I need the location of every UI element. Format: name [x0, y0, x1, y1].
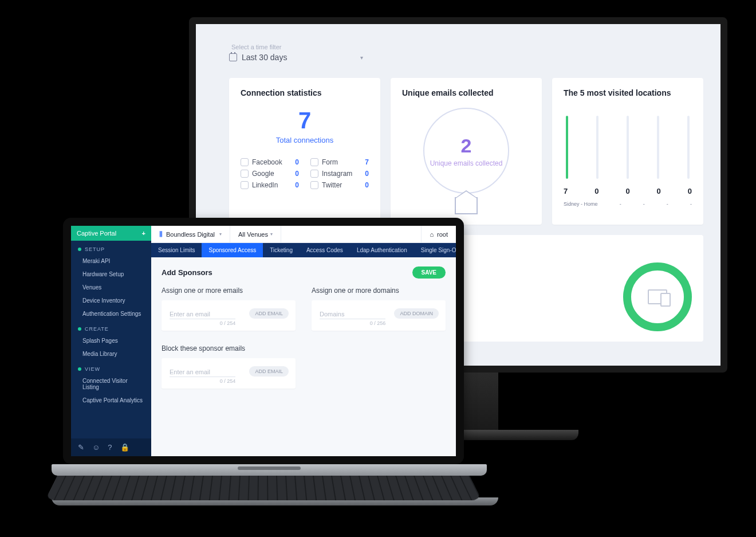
settings-tab[interactable]: Ticketing	[263, 243, 300, 257]
assign-emails-box: ADD EMAIL 0 / 254	[162, 300, 296, 331]
card-title: The 5 most visited locations	[564, 88, 692, 97]
section-dot-icon	[78, 248, 81, 251]
envelope-icon	[455, 197, 478, 214]
users-icon[interactable]: ☺	[92, 443, 100, 452]
source-icon	[241, 158, 249, 166]
wrench-icon[interactable]: ✎	[78, 443, 84, 452]
settings-tabs: Session LimitsSponsored AccessTicketingA…	[151, 243, 456, 257]
settings-tab[interactable]: Sponsored Access	[202, 243, 263, 257]
sponsor-domain-input[interactable]	[320, 309, 385, 319]
time-filter-label: Select a time filter	[231, 44, 703, 50]
add-block-email-button[interactable]: ADD EMAIL	[249, 366, 289, 377]
block-email-counter: 0 / 254	[170, 378, 235, 384]
connection-statistics-card: Connection statistics 7 Total connection…	[229, 78, 380, 225]
source-icon	[310, 181, 318, 189]
calendar-icon	[229, 53, 237, 61]
lock-icon[interactable]: 🔒	[120, 443, 129, 452]
venue-value: All Venues	[238, 231, 268, 238]
block-email-input[interactable]	[170, 367, 235, 377]
unique-emails-card: Unique emails collected 2 Unique emails …	[391, 78, 542, 225]
add-email-button[interactable]: ADD EMAIL	[249, 308, 289, 319]
connection-source: Twitter0	[310, 181, 369, 189]
sidebar-header[interactable]: Captive Portal +	[71, 226, 151, 241]
assign-emails-title: Assign one or more emails	[162, 287, 296, 295]
source-icon	[310, 158, 318, 166]
org-dropdown[interactable]: ⦀ Boundless Digital ▾	[151, 226, 230, 242]
block-emails-box: ADD EMAIL 0 / 254	[162, 358, 296, 389]
venue-dropdown[interactable]: All Venues ▾	[230, 226, 281, 242]
sidebar-product: Captive Portal	[77, 230, 116, 237]
emails-label: Unique emails collected	[430, 159, 503, 167]
location-bar	[687, 116, 690, 179]
domain-counter: 0 / 256	[320, 320, 385, 326]
connection-source: LinkedIn0	[241, 181, 299, 189]
plus-icon[interactable]: +	[142, 230, 145, 237]
time-filter-dropdown[interactable]: Last 30 days ▾	[229, 53, 703, 62]
chevron-down-icon: ▾	[270, 232, 273, 237]
sidebar-item[interactable]: Connected Visitor Listing	[71, 374, 151, 394]
sidebar-item[interactable]: Media Library	[71, 347, 151, 360]
sidebar-section: SETUP	[71, 241, 151, 254]
total-connections-label: Total connections	[241, 136, 369, 144]
location-bar	[657, 116, 659, 179]
settings-tab[interactable]: Session Limits	[151, 243, 202, 257]
connection-source: Google0	[241, 170, 299, 178]
topbar: ⦀ Boundless Digital ▾ All Venues ▾ ⌂ roo…	[151, 226, 456, 243]
sidebar-item[interactable]: Authentication Settings	[71, 307, 151, 320]
settings-tab[interactable]: Ldap Authentication	[350, 243, 414, 257]
assign-domains-box: ADD DOMAIN 0 / 256	[312, 300, 446, 331]
block-emails-title: Block these sponsor emails	[162, 344, 296, 352]
top-locations-card: The 5 most visited locations 70000 Sidne…	[552, 78, 703, 225]
source-icon	[241, 170, 249, 178]
page-heading: Add Sponsors	[162, 268, 212, 277]
emails-gauge: 2 Unique emails collected	[423, 108, 509, 194]
device-donut-chart	[623, 262, 692, 331]
email-counter: 0 / 254	[170, 320, 235, 326]
time-filter-value: Last 30 days	[242, 53, 287, 62]
devices-icon	[648, 289, 667, 304]
sidebar-section: CREATE	[71, 320, 151, 334]
section-dot-icon	[78, 367, 81, 371]
card-title: Connection statistics	[241, 88, 369, 97]
location-bar	[566, 116, 568, 179]
sidebar-item[interactable]: Meraki API	[71, 254, 151, 268]
sidebar-footer: ✎ ☺ ? 🔒	[71, 438, 151, 456]
chevron-down-icon: ▾	[360, 54, 363, 61]
section-dot-icon	[78, 327, 81, 331]
sidebar-item[interactable]: Splash Pages	[71, 334, 151, 347]
connection-source: Instagram0	[310, 170, 369, 178]
logo-icon: ⦀	[159, 229, 163, 239]
connection-source: Form7	[310, 158, 369, 166]
assign-domains-title: Assign one or more domains	[312, 287, 446, 295]
settings-tab[interactable]: Single Sign-On	[414, 243, 464, 257]
org-name: Boundless Digital	[166, 231, 215, 238]
sidebar-item[interactable]: Device Inventory	[71, 294, 151, 307]
location-bar	[596, 116, 598, 179]
username: root	[437, 231, 448, 238]
sidebar: Captive Portal + SETUPMeraki APIHardware…	[71, 226, 151, 456]
sidebar-item[interactable]: Captive Portal Analytics	[71, 394, 151, 407]
sponsor-email-input[interactable]	[170, 309, 235, 319]
sidebar-item[interactable]: Venues	[71, 281, 151, 294]
location-bar	[627, 116, 629, 179]
help-icon[interactable]: ?	[108, 443, 112, 452]
sidebar-item[interactable]: Hardware Setup	[71, 268, 151, 281]
total-connections-value: 7	[241, 108, 369, 134]
user-menu[interactable]: ⌂ root	[421, 226, 456, 242]
card-title: Unique emails collected	[402, 88, 530, 97]
save-button[interactable]: SAVE	[412, 266, 446, 279]
laptop: Captive Portal + SETUPMeraki APIHardware…	[52, 218, 475, 505]
add-domain-button[interactable]: ADD DOMAIN	[394, 308, 439, 319]
chevron-down-icon: ▾	[219, 232, 222, 237]
source-icon	[241, 181, 249, 189]
sidebar-section: VIEW	[71, 360, 151, 374]
settings-tab[interactable]: Access Codes	[300, 243, 350, 257]
connection-source: Facebook0	[241, 158, 299, 166]
user-icon: ⌂	[430, 231, 434, 238]
source-icon	[310, 170, 318, 178]
emails-value: 2	[461, 135, 472, 157]
